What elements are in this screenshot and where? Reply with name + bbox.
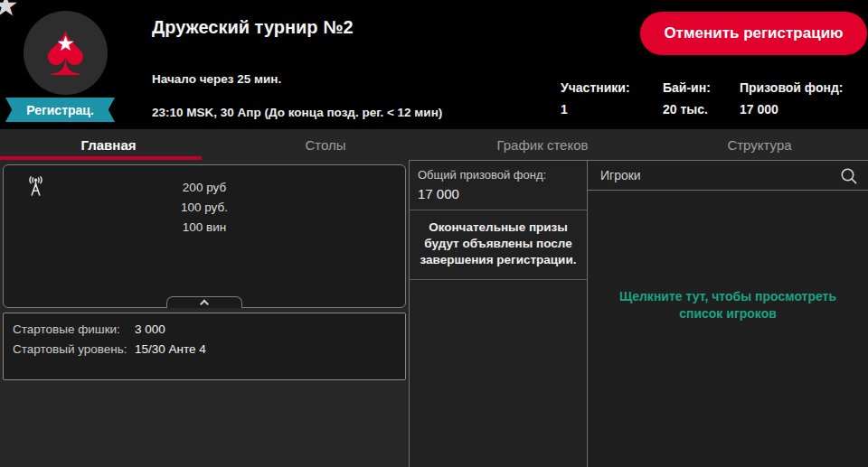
prize-total-label: Общий призовой фонд: — [418, 167, 579, 183]
cancel-registration-button[interactable]: Отменить регистрацию — [640, 12, 867, 55]
lobby-tab-bar: Главная Столы График стеков Структура — [0, 129, 868, 160]
stat-value: 1 — [561, 102, 630, 117]
stat-value: 20 тыс. — [663, 102, 711, 117]
lobby-main: 200 руб 100 руб. 100 вин Стартовые фишки… — [0, 160, 868, 467]
registration-status-badge: Регистрац. — [5, 98, 115, 122]
schedule-line: 23:10 MSK, 30 Апр (До конца позд. рег. <… — [152, 106, 442, 119]
stat-value: 17 000 — [740, 102, 843, 117]
show-players-link[interactable]: Щелкните тут, чтобы просмотреть список и… — [588, 288, 868, 322]
stat-label: Призовой фонд: — [740, 81, 843, 95]
chevron-up-icon — [200, 300, 209, 309]
tournament-lobby-window: ★ ♠ ★ Регистрац. Дружеский турнир №2 Нач… — [0, 0, 868, 467]
row-label: Стартовые фишки: — [13, 321, 135, 338]
star-icon: ★ — [56, 33, 75, 54]
prize-total-section: Общий призовой фонд: 17 000 — [410, 161, 587, 210]
starting-info-box: Стартовые фишки: 3 000 Стартовый уровень… — [3, 313, 406, 380]
pokerstars-logo: ♠ ★ — [24, 11, 108, 95]
tournament-info-panel: 200 руб 100 руб. 100 вин Стартовые фишки… — [0, 160, 409, 467]
lobby-header: ★ ♠ ★ Регистрац. Дружеский турнир №2 Нач… — [0, 0, 868, 129]
tab-main[interactable]: Главная — [0, 129, 217, 160]
start-level-row: Стартовый уровень: 15/30 Анте 4 — [13, 341, 396, 358]
players-search-input[interactable] — [588, 161, 868, 190]
stat-prize-pool: Призовой фонд: 17 000 — [740, 81, 843, 117]
stat-participants: Участники: 1 — [561, 81, 630, 117]
buyin-line: 200 руб — [4, 178, 405, 198]
row-label: Стартовый уровень: — [13, 341, 135, 358]
players-search-row — [588, 161, 868, 191]
prize-panel: Общий призовой фонд: 17 000 Окончательны… — [409, 160, 588, 467]
tab-tables[interactable]: Столы — [217, 129, 434, 160]
buyin-breakdown: 200 руб 100 руб. 100 вин — [4, 178, 405, 238]
buyin-line: 100 руб. — [4, 198, 405, 218]
tab-stack-chart[interactable]: График стеков — [434, 129, 651, 160]
tab-structure[interactable]: Структура — [651, 129, 868, 160]
search-icon[interactable] — [839, 166, 859, 190]
tournament-title: Дружеский турнир №2 — [152, 17, 354, 38]
players-panel: Щелкните тут, чтобы просмотреть список и… — [588, 160, 868, 467]
row-value: 15/30 Анте 4 — [135, 341, 206, 358]
collapse-handle[interactable] — [166, 296, 242, 308]
buyin-info-box: 200 руб 100 руб. 100 вин — [3, 164, 406, 308]
prize-notice: Окончательные призы будут объявлены посл… — [410, 210, 587, 280]
start-countdown: Начало через 25 мин. — [152, 72, 281, 86]
buyin-line: 100 вин — [4, 218, 405, 238]
stat-buyin: Бай-ин: 20 тыс. — [663, 81, 711, 117]
stat-label: Бай-ин: — [663, 81, 711, 95]
start-chips-row: Стартовые фишки: 3 000 — [13, 321, 396, 338]
row-value: 3 000 — [135, 321, 165, 338]
prize-total-value: 17 000 — [418, 186, 579, 201]
stat-label: Участники: — [561, 81, 630, 95]
favorite-star-icon[interactable]: ★ — [0, 0, 19, 20]
